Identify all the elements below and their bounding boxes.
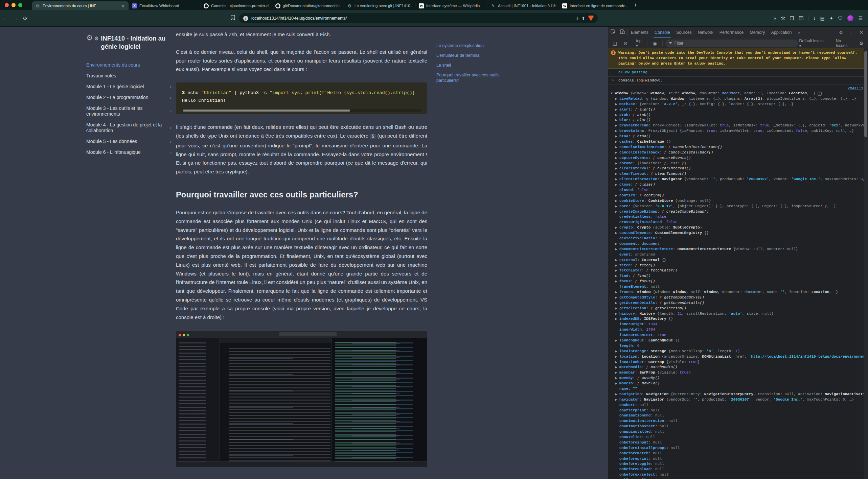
object-property-row[interactable]: ▶chrome: {loadTimes: ƒ, csi: ƒ} <box>608 161 868 166</box>
install-page-icon[interactable]: ⤓ <box>576 16 578 21</box>
expand-arrow-icon[interactable]: ▶ <box>615 166 619 171</box>
close-devtools-icon[interactable]: ✕ <box>856 30 866 35</box>
object-property-row[interactable]: ▶indexedDB: IDBFactory {} <box>608 316 868 322</box>
expand-arrow-icon[interactable]: ▶ <box>615 392 619 397</box>
object-property-row[interactable]: ▶navigator: Navigator {vendorSub: '', pr… <box>608 397 868 403</box>
expand-arrow-icon[interactable]: ▶ <box>615 123 619 128</box>
expand-arrow-icon[interactable]: ▶ <box>615 241 619 247</box>
scrollbar-thumb[interactable] <box>864 51 867 137</box>
object-property-row[interactable]: ▶core: {version: '2.6.12', [object Objec… <box>608 204 868 209</box>
devtools-tab-console[interactable]: Console <box>652 27 673 38</box>
object-property-row[interactable]: ▶getComputedStyle: ƒ getComputedStyle() <box>608 295 868 301</box>
share-icon[interactable]: ⬆ <box>581 16 585 21</box>
object-property-row[interactable]: ▶LiveReload: g {window: Window, listener… <box>608 96 868 102</box>
object-property-row[interactable]: ▶braveEthereum: Proxy(Object) {isBraveWa… <box>608 123 868 128</box>
object-property-row[interactable]: ▶cancelIdleCallback: ƒ cancelIdleCallbac… <box>608 150 868 155</box>
object-property-row[interactable]: ▶close: ƒ close() <box>608 182 868 188</box>
expand-arrow-icon[interactable]: ▶ <box>615 247 619 252</box>
profile-avatar[interactable] <box>847 15 853 21</box>
course-header[interactable]: ⚙⚙ INF1410 - Initiation au génie logicie… <box>86 34 172 51</box>
devtools-tab-network[interactable]: Network <box>695 27 716 38</box>
expand-arrow-icon[interactable]: ▶ <box>615 198 619 204</box>
object-property-row[interactable]: ▶external: External {} <box>608 258 868 263</box>
expand-arrow-icon[interactable]: ▶ <box>615 182 619 188</box>
expand-arrow-icon[interactable]: ▶ <box>615 311 619 317</box>
object-property-row[interactable]: ▶captureEvents: ƒ captureEvents() <box>608 155 868 161</box>
expand-arrow-icon[interactable]: ▶ <box>615 145 619 150</box>
code-horizontal-scrollbar[interactable] <box>182 109 421 112</box>
expand-arrow-icon[interactable]: ▶ <box>615 150 619 155</box>
browser-tab[interactable]: Le versioning avec git | INF1410 - I <box>344 1 415 10</box>
expand-arrow-icon[interactable]: ▶ <box>615 231 619 236</box>
object-property-row[interactable]: ▶navigation: Navigation {currentEntry: N… <box>608 392 868 397</box>
object-property-row[interactable]: ▶alert: ƒ alert() <box>608 107 868 113</box>
expand-arrow-icon[interactable]: ▶ <box>615 306 619 311</box>
console-settings-gear-icon[interactable]: ⚙ <box>857 41 866 46</box>
issues-counter[interactable]: No Issues <box>836 39 853 48</box>
expand-arrow-icon[interactable]: ▶ <box>615 279 619 284</box>
expand-arrow-icon[interactable]: ▶ <box>615 107 619 113</box>
object-property-row[interactable]: ▶MathJax: {version: '3.2.2', _: {…}, con… <box>608 102 868 107</box>
expand-arrow-icon[interactable]: ▶ <box>615 193 619 198</box>
sidebar-item[interactable]: Environnements du cours <box>86 59 172 70</box>
expand-arrow-icon[interactable]: ▶ <box>615 96 619 102</box>
object-property-row[interactable]: ▶history: History {length: 21, scrollRes… <box>608 311 868 317</box>
sidebar-item[interactable]: Module 2 - La programmation› <box>86 92 172 103</box>
kebab-menu-icon[interactable]: ⋮ <box>846 30 856 35</box>
devtools-tab-sources[interactable]: Sources <box>673 27 695 38</box>
expand-arrow-icon[interactable]: ▶ <box>615 349 619 354</box>
expand-arrow-icon[interactable]: ▶ <box>615 268 619 273</box>
close-window-button[interactable] <box>5 3 9 7</box>
url-text[interactable]: localhost:1314/inf1410-teluq/docs/enviro… <box>251 16 573 21</box>
object-property-row[interactable]: ▶getScreenDetails: ƒ getScreenDetails() <box>608 301 868 306</box>
toc-link[interactable]: Le shell <box>436 63 509 68</box>
zoom-window-button[interactable] <box>18 3 22 7</box>
sidebar-item[interactable]: Module 3 - Les outils et les environneme… <box>86 103 172 119</box>
expand-arrow-icon[interactable]: ▶ <box>615 204 619 209</box>
expand-arrow-icon[interactable]: ▶ <box>615 273 619 279</box>
object-property-row[interactable]: ▶documentPictureInPicture: DocumentPictu… <box>608 247 868 252</box>
more-tabs-icon[interactable]: » <box>795 27 803 38</box>
object-property-row[interactable]: ▶createImageBitmap: ƒ createImageBitmap(… <box>608 209 868 215</box>
reload-icon[interactable]: ⟳ <box>20 15 30 22</box>
log-levels-dropdown[interactable]: Default levels ▾ <box>799 39 826 48</box>
object-property-row[interactable]: ▶document: document <box>608 241 868 247</box>
extension-icon[interactable]: ❐ <box>790 16 794 21</box>
scrollbar-thumb[interactable] <box>183 110 350 112</box>
expand-arrow-icon[interactable]: ▶ <box>615 263 619 268</box>
object-property-row[interactable]: ▶confirm: ƒ confirm() <box>608 193 868 198</box>
expand-arrow-icon[interactable]: ▶ <box>615 338 619 343</box>
close-tab-icon[interactable]: ✕ <box>121 4 125 8</box>
expand-arrow-icon[interactable]: ▶ <box>615 316 619 322</box>
sidebar-item[interactable]: Travaux notés <box>86 70 172 81</box>
sidebar-item[interactable]: Module 4 - La gestion de projet et la co… <box>86 119 172 136</box>
object-property-row[interactable]: ▶clearTimeout: ƒ clearTimeout() <box>608 171 868 177</box>
expand-arrow-icon[interactable]: ▶ <box>615 139 619 145</box>
browser-tab[interactable]: Environnements du cours | INF✕ <box>32 1 129 10</box>
toc-link[interactable]: L'émulateur de terminal <box>436 53 509 58</box>
expand-arrow-icon[interactable]: ▶ <box>615 225 619 231</box>
object-property-row[interactable]: ▶atob: ƒ atob() <box>608 113 868 118</box>
expand-arrow-icon[interactable]: ▶ <box>615 370 619 376</box>
address-bar[interactable]: i localhost:1314/inf1410-teluq/docs/envi… <box>239 13 598 23</box>
object-property-row[interactable]: ▶launchQueue: LaunchQueue {} <box>608 338 868 343</box>
browser-tab[interactable]: WInterface en ligne de commande — <box>559 1 631 10</box>
expand-arrow-icon[interactable]: ▶ <box>615 171 619 177</box>
object-property-row[interactable]: ▶locationbar: BarProp {visible: true} <box>608 360 868 365</box>
object-property-row[interactable]: ▶braveSolana: Proxy(Object) {isPhantom: … <box>608 128 868 134</box>
source-location-link[interactable]: VM411:1 <box>608 86 868 91</box>
expand-arrow-icon[interactable]: ▶ <box>615 155 619 161</box>
device-toolbar-icon[interactable] <box>618 29 628 36</box>
devtools-tab-performance[interactable]: Performance <box>716 27 747 38</box>
object-property-row[interactable]: ▶moveTo: ƒ moveTo() <box>608 381 868 386</box>
expand-arrow-icon[interactable]: ▶ <box>615 113 619 118</box>
browser-tab[interactable]: git/Documentation/gitdatamodel.ad <box>272 1 344 10</box>
site-info-icon[interactable]: i <box>243 16 248 21</box>
brave-shield-icon[interactable] <box>588 16 594 21</box>
minimize-window-button[interactable] <box>12 3 16 7</box>
expand-arrow-icon[interactable]: ▶ <box>615 161 619 166</box>
object-property-row[interactable]: ▶customElements: CustomElementRegistry {… <box>608 231 868 236</box>
browser-tab[interactable]: WInterface système — Wikipédia <box>415 1 487 10</box>
browser-tab[interactable]: XExcalidraw Whiteboard <box>129 1 200 10</box>
object-property-row[interactable]: ▶frames: Window {window: Window, self: W… <box>608 290 868 295</box>
